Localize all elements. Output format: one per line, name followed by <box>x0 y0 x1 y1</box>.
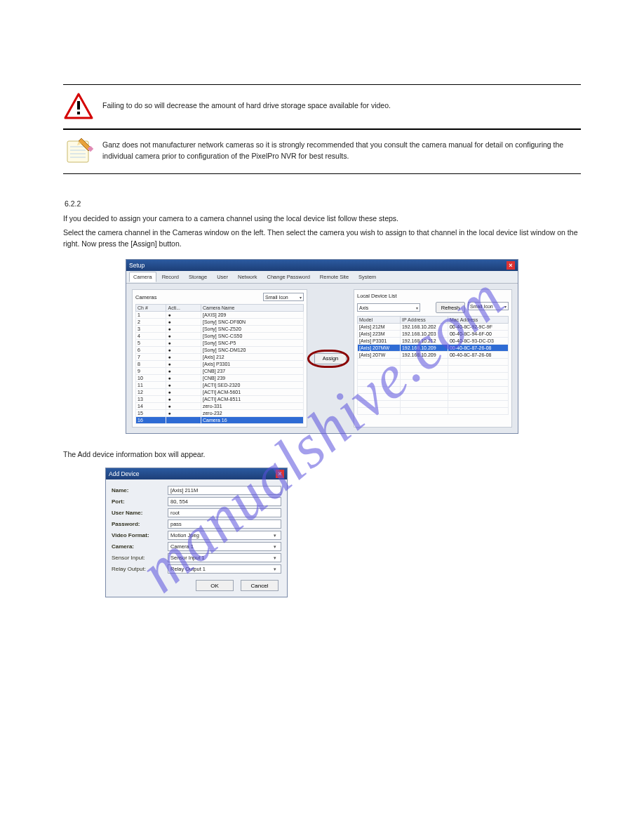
table-row[interactable]: 15●zero-232 <box>136 410 304 417</box>
divider <box>63 173 581 174</box>
tab-storage[interactable]: Storage <box>185 272 211 282</box>
svg-rect-1 <box>77 101 80 110</box>
table-row <box>358 366 509 373</box>
setup-titlebar: Setup × <box>126 260 518 271</box>
warning-note: Failing to do so will decrease the amoun… <box>63 85 581 128</box>
warning-icon <box>63 91 94 121</box>
add-device-dialog: Add Device × Name: [Axis] 211M Port: 80,… <box>105 468 288 597</box>
password-label: Password: <box>112 521 168 527</box>
table-row[interactable]: 7●[Axis] 212 <box>136 354 304 361</box>
ldl-label: Local Device List <box>357 293 397 299</box>
table-row[interactable]: 11●[ACTi] SED-2320 <box>136 382 304 389</box>
table-row <box>358 394 509 401</box>
col-model[interactable]: Model <box>358 317 401 324</box>
tab-camera[interactable]: Camera <box>129 272 156 282</box>
user-label: User Name: <box>112 510 168 516</box>
warning-text: Failing to do so will decrease the amoun… <box>102 100 581 112</box>
section-step1: Select the camera channel in the Cameras… <box>63 227 581 250</box>
svg-rect-2 <box>77 112 80 114</box>
relay-output-value: Relay Output 1 <box>170 566 206 572</box>
tab-record[interactable]: Record <box>158 272 183 282</box>
relay-output-select[interactable]: Relay Output 1 <box>168 564 281 574</box>
col-mac[interactable]: Mac Address <box>448 317 508 324</box>
table-row[interactable]: [Axis] P3301192.168.10.21200-40-8C-93-DC… <box>358 338 509 345</box>
video-format-label: Video Format: <box>112 532 168 538</box>
sensor-input-select[interactable]: Sensor Input 1 <box>168 553 281 562</box>
table-row[interactable]: 5●[Sony] SNC-P5 <box>136 340 304 347</box>
table-row <box>358 359 509 366</box>
camera-select[interactable]: Camera 1 <box>168 542 281 551</box>
assign-panel: Assign <box>313 289 348 428</box>
tab-change-password[interactable]: Change Password <box>263 272 314 282</box>
ldl-table: Model IP Address Mac Address [Axis] 212M… <box>357 316 509 415</box>
setup-window: Setup × Camera Record Storage User Netwo… <box>126 259 518 434</box>
relay-output-label: Relay Output: <box>112 566 168 572</box>
tab-user[interactable]: User <box>213 272 232 282</box>
name-field[interactable]: [Axis] 211M <box>168 486 281 495</box>
table-row[interactable]: [Axis] 212M192.168.10.20200-40-8C-92-9C-… <box>358 324 509 331</box>
setup-tabs: Camera Record Storage User Network Chang… <box>126 271 518 284</box>
assign-button[interactable]: Assign <box>314 353 347 364</box>
ldl-filter-select[interactable]: Axis <box>357 303 420 312</box>
table-row[interactable]: 10●[CNB] 239 <box>136 375 304 382</box>
tab-system[interactable]: System <box>354 272 380 282</box>
table-row[interactable]: 6●[Sony] SNC-DM120 <box>136 347 304 354</box>
password-field[interactable]: pass <box>168 519 281 529</box>
info-note: Ganz does not manufacturer network camer… <box>63 130 581 173</box>
camera-label: Camera: <box>112 543 168 550</box>
video-format-value: Motion Jpeg <box>170 532 199 538</box>
table-row[interactable]: 14●zero-331 <box>136 403 304 410</box>
section-intro: If you decided to assign your camera to … <box>63 213 581 225</box>
cameras-panel: Cameras Small Icon Ch # Acti... Camera N… <box>132 289 307 428</box>
table-row <box>358 408 509 415</box>
tab-remote-site[interactable]: Remote Site <box>316 272 353 282</box>
cancel-button[interactable]: Cancel <box>241 580 279 591</box>
table-row[interactable]: 2●[Sony] SNC-DF80N <box>136 319 304 326</box>
port-field[interactable]: 80, 554 <box>168 497 281 506</box>
cameras-view-select[interactable]: Small Icon <box>263 293 304 301</box>
close-icon[interactable]: × <box>507 261 515 270</box>
video-format-select[interactable]: Motion Jpeg <box>168 531 281 540</box>
notepad-icon <box>63 135 94 166</box>
tab-network[interactable]: Network <box>234 272 262 282</box>
table-row <box>358 401 509 408</box>
sensor-input-label: Sensor Input: <box>112 555 168 561</box>
table-row[interactable]: 1●[AXIS] 209 <box>136 312 304 319</box>
ok-button[interactable]: OK <box>196 580 234 591</box>
col-acti[interactable]: Acti... <box>166 305 201 312</box>
port-label: Port: <box>112 498 168 505</box>
cameras-table: Ch # Acti... Camera Name 1●[AXIS] 2092●[… <box>135 304 304 424</box>
col-ch[interactable]: Ch # <box>136 305 166 312</box>
setup-title-text: Setup <box>129 262 145 269</box>
table-row <box>358 380 509 387</box>
table-row[interactable]: 13●[ACTi] ACM-8511 <box>136 396 304 403</box>
col-name[interactable]: Camera Name <box>201 305 303 312</box>
table-row[interactable]: 8●[Axis] P3301 <box>136 361 304 368</box>
user-field[interactable]: root <box>168 508 281 517</box>
table-row[interactable]: 12●[ACTi] ACM-5601 <box>136 389 304 396</box>
section-number: 6.2.2 <box>65 199 581 208</box>
table-row[interactable]: 3●[Sony] SNC-Z520 <box>136 326 304 333</box>
cameras-label: Cameras <box>135 294 156 300</box>
table-row <box>358 387 509 394</box>
name-label: Name: <box>112 487 168 494</box>
add-device-titlebar: Add Device × <box>106 468 287 479</box>
table-row[interactable]: [Axis] 207W192.168.10.20900-40-8C-87-26-… <box>358 352 509 359</box>
section-step2: The Add device information box will appe… <box>63 449 581 461</box>
table-row[interactable]: 9●[CNB] 237 <box>136 368 304 375</box>
table-row[interactable]: 4●[Sony] SNC-CS50 <box>136 333 304 340</box>
table-row[interactable]: 16Camera 16 <box>136 417 304 424</box>
ldl-view-select[interactable]: Small Icon <box>468 302 509 310</box>
table-row <box>358 373 509 380</box>
camera-value: Camera 1 <box>170 543 194 550</box>
table-row[interactable]: [Axis] 207MW192.168.10.20900-40-8C-87-26… <box>358 345 509 352</box>
sensor-input-value: Sensor Input 1 <box>170 555 205 561</box>
local-device-panel: Local Device List Axis Refresh Small Ico… <box>354 289 512 428</box>
info-text: Ganz does not manufacturer network camer… <box>102 140 581 162</box>
add-device-title: Add Device <box>109 470 139 477</box>
col-ip[interactable]: IP Address <box>400 317 448 324</box>
refresh-button[interactable]: Refresh <box>436 302 465 313</box>
table-row[interactable]: [Axis] 223M192.168.10.20300-40-8C-94-6F-… <box>358 331 509 338</box>
close-icon[interactable]: × <box>276 470 284 478</box>
